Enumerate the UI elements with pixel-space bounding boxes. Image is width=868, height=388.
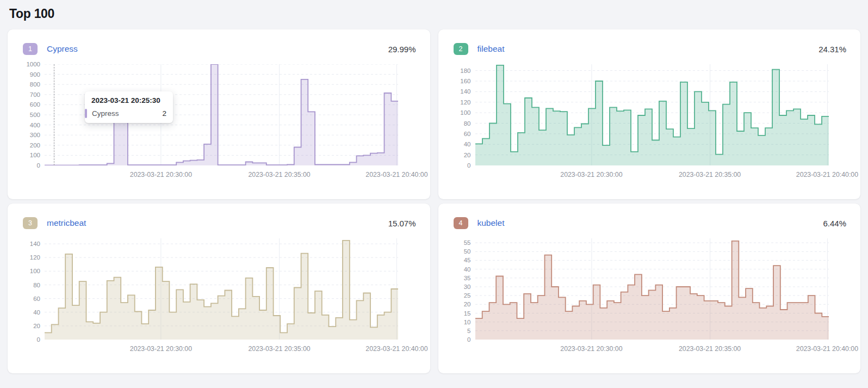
y-tick-label: 500 bbox=[30, 112, 40, 118]
cards-grid: 1 Cypress 29.99% 01002003004005006007008… bbox=[8, 29, 860, 373]
rank-badge: 4 bbox=[454, 217, 468, 229]
card-header: 1 Cypress 29.99% bbox=[23, 42, 416, 56]
y-tick-label: 20 bbox=[33, 323, 40, 329]
percent-value: 29.99% bbox=[388, 45, 416, 54]
y-tick-label: 100 bbox=[460, 109, 470, 116]
y-tick-label: 140 bbox=[30, 241, 40, 247]
area-chart-svg bbox=[475, 238, 829, 340]
y-tick-label: 200 bbox=[30, 142, 40, 149]
y-tick-label: 20 bbox=[464, 301, 471, 307]
y-tick-label: 1000 bbox=[26, 61, 40, 67]
card-header: 3 metricbeat 15.07% bbox=[23, 217, 416, 230]
y-tick-label: 100 bbox=[30, 152, 40, 158]
y-tick-label: 0 bbox=[37, 336, 40, 343]
tooltip-series-name: Cypress bbox=[92, 109, 119, 118]
x-tick-label: 2023-03-21 20:35:00 bbox=[679, 171, 741, 178]
percent-value: 15.07% bbox=[388, 219, 416, 228]
y-tick-label: 5 bbox=[467, 328, 470, 334]
percent-value: 6.44% bbox=[823, 219, 846, 228]
y-tick-label: 60 bbox=[464, 131, 471, 137]
y-tick-label: 45 bbox=[464, 257, 471, 263]
series-link[interactable]: metricbeat bbox=[47, 218, 86, 228]
y-tick-label: 900 bbox=[30, 71, 40, 78]
plot-area[interactable] bbox=[475, 64, 829, 165]
x-tick-label: 2023-03-21 20:35:00 bbox=[249, 345, 311, 353]
chart-card-cypress: 1 Cypress 29.99% 01002003004005006007008… bbox=[8, 29, 430, 199]
x-tick-label: 2023-03-21 20:30:00 bbox=[130, 171, 192, 178]
x-tick-label: 2023-03-21 20:30:00 bbox=[130, 345, 192, 353]
y-tick-label: 140 bbox=[460, 88, 470, 95]
y-axis-labels: 01002003004005006007008009001000 bbox=[23, 64, 45, 165]
tooltip-series-value: 2 bbox=[144, 109, 166, 118]
y-tick-label: 50 bbox=[464, 248, 471, 255]
y-tick-label: 20 bbox=[464, 152, 471, 158]
rank-badge: 2 bbox=[454, 43, 468, 55]
series-link[interactable]: kubelet bbox=[478, 218, 505, 228]
chart-tooltip: 2023-03-21 20:25:30 Cypress 2 bbox=[85, 91, 173, 123]
chart-card-kubelet: 4 kubelet 6.44% 0510152025303540455055 2… bbox=[438, 204, 861, 373]
y-tick-label: 25 bbox=[464, 292, 471, 299]
y-tick-label: 180 bbox=[460, 67, 470, 74]
x-axis-labels: 2023-03-21 20:30:002023-03-21 20:35:0020… bbox=[45, 170, 398, 181]
x-tick-label: 2023-03-21 20:40:00 bbox=[796, 171, 858, 178]
y-axis-labels: 020406080100120140 bbox=[23, 238, 45, 340]
y-tick-label: 40 bbox=[464, 266, 471, 273]
chart-row: 01002003004005006007008009001000 2023-03… bbox=[23, 64, 416, 165]
tooltip-timestamp: 2023-03-21 20:25:30 bbox=[91, 96, 166, 104]
series-area bbox=[45, 241, 398, 340]
plot-area[interactable] bbox=[45, 238, 398, 340]
chart-row: 0510152025303540455055 bbox=[454, 238, 847, 340]
y-tick-label: 0 bbox=[467, 336, 470, 343]
y-tick-label: 160 bbox=[460, 78, 470, 84]
x-tick-label: 2023-03-21 20:40:00 bbox=[796, 345, 858, 353]
y-tick-label: 600 bbox=[30, 101, 40, 108]
series-color-marker-icon bbox=[85, 109, 87, 118]
y-tick-label: 800 bbox=[30, 81, 40, 88]
x-tick-label: 2023-03-21 20:40:00 bbox=[365, 345, 427, 353]
y-tick-label: 100 bbox=[30, 268, 40, 274]
y-tick-label: 400 bbox=[30, 122, 40, 128]
y-tick-label: 0 bbox=[37, 162, 40, 169]
series-link[interactable]: filebeat bbox=[478, 44, 505, 54]
card-header: 4 kubelet 6.44% bbox=[454, 217, 847, 230]
chart-row: 020406080100120140 bbox=[23, 238, 416, 340]
area-chart-svg bbox=[45, 238, 398, 340]
y-axis-labels: 020406080100120140160180 bbox=[454, 64, 475, 165]
series-link[interactable]: Cypress bbox=[47, 44, 78, 54]
y-tick-label: 40 bbox=[464, 141, 471, 147]
x-tick-label: 2023-03-21 20:40:00 bbox=[365, 171, 427, 178]
y-tick-label: 700 bbox=[30, 91, 40, 98]
x-tick-label: 2023-03-21 20:30:00 bbox=[560, 171, 622, 178]
x-axis-labels: 2023-03-21 20:30:002023-03-21 20:35:0020… bbox=[475, 170, 829, 181]
card-header: 2 filebeat 24.31% bbox=[454, 42, 847, 56]
x-tick-label: 2023-03-21 20:35:00 bbox=[679, 345, 741, 353]
tooltip-crosshair bbox=[54, 64, 54, 165]
y-axis-labels: 0510152025303540455055 bbox=[454, 238, 475, 340]
y-tick-label: 35 bbox=[464, 275, 471, 281]
percent-value: 24.31% bbox=[819, 45, 846, 54]
y-tick-label: 15 bbox=[464, 310, 471, 317]
y-tick-label: 300 bbox=[30, 132, 40, 138]
y-tick-label: 40 bbox=[33, 309, 40, 316]
y-tick-label: 80 bbox=[33, 282, 40, 288]
x-tick-label: 2023-03-21 20:30:00 bbox=[560, 345, 622, 353]
x-axis-labels: 2023-03-21 20:30:002023-03-21 20:35:0020… bbox=[475, 344, 829, 355]
y-tick-label: 60 bbox=[33, 295, 40, 302]
plot-area[interactable] bbox=[475, 238, 829, 340]
plot-area[interactable]: 2023-03-21 20:25:30 Cypress 2 bbox=[45, 64, 398, 165]
area-chart-svg bbox=[475, 64, 829, 165]
y-tick-label: 10 bbox=[464, 319, 471, 325]
chart-card-metricbeat: 3 metricbeat 15.07% 020406080100120140 2… bbox=[8, 204, 430, 373]
y-tick-label: 80 bbox=[464, 120, 471, 127]
x-axis-labels: 2023-03-21 20:30:002023-03-21 20:35:0020… bbox=[45, 344, 398, 355]
page-title: Top 100 bbox=[9, 7, 868, 21]
chart-card-filebeat: 2 filebeat 24.31% 0204060801001201401601… bbox=[438, 29, 861, 199]
chart-row: 020406080100120140160180 bbox=[454, 64, 847, 165]
tooltip-series-row: Cypress 2 bbox=[85, 109, 166, 118]
y-tick-label: 120 bbox=[460, 99, 470, 106]
rank-badge: 3 bbox=[23, 217, 38, 229]
y-tick-label: 30 bbox=[464, 284, 471, 290]
x-tick-label: 2023-03-21 20:35:00 bbox=[249, 171, 311, 178]
y-tick-label: 55 bbox=[464, 239, 471, 246]
y-tick-label: 0 bbox=[467, 162, 470, 169]
